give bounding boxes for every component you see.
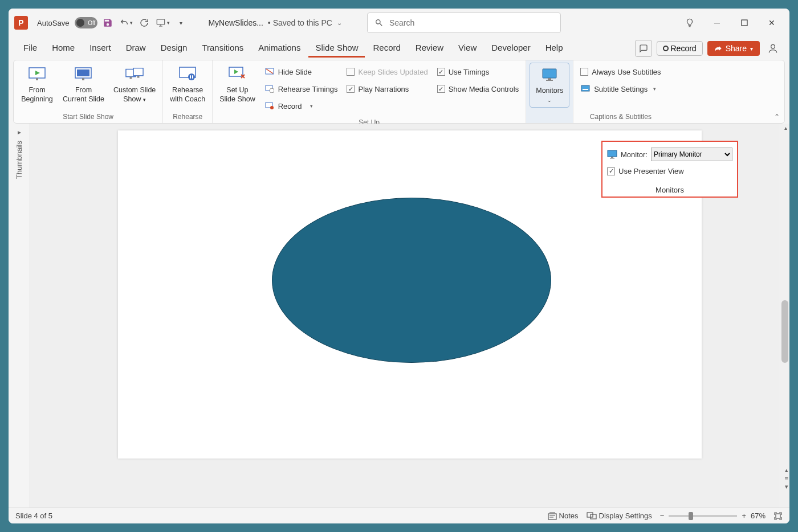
tab-view[interactable]: View (451, 39, 483, 58)
comments-button[interactable] (635, 40, 652, 57)
slide-counter[interactable]: Slide 4 of 5 (15, 511, 52, 520)
title-bar: P AutoSave Off ▾ ▾ ▾ MyNewSlides... • Sa… (9, 9, 789, 37)
svg-point-19 (270, 88, 274, 93)
vertical-scrollbar[interactable]: ▴ ▴ ≡ ▾ (779, 124, 789, 508)
scrollbar-thumb[interactable] (781, 300, 788, 363)
svg-rect-9 (133, 68, 143, 76)
tab-transitions[interactable]: Transitions (195, 39, 250, 58)
monitor-icon (607, 150, 617, 159)
hide-slide-button[interactable]: Hide Slide (262, 64, 340, 80)
svg-rect-0 (157, 19, 165, 24)
svg-rect-33 (776, 514, 780, 518)
monitors-group-label: Monitors (607, 186, 732, 194)
redo-button[interactable] (136, 15, 152, 31)
monitors-button[interactable]: Monitors⌄ (530, 63, 569, 108)
minimize-button[interactable]: ─ (705, 13, 729, 33)
monitor-select[interactable]: Primary Monitor (651, 148, 732, 161)
user-account-button[interactable] (764, 40, 781, 57)
group-monitors: Monitors⌄ . (526, 60, 573, 123)
zoom-slider[interactable] (669, 515, 737, 517)
monitor-selector-row: Monitor: Primary Monitor (607, 148, 732, 161)
powerpoint-icon: P (14, 16, 28, 30)
monitor-label: Monitor: (621, 150, 648, 159)
undo-button[interactable]: ▾ (118, 15, 134, 31)
from-current-slide-button[interactable]: From Current Slide (59, 63, 108, 107)
tab-developer[interactable]: Developer (484, 39, 537, 58)
autosave-label: AutoSave (37, 19, 69, 27)
tab-slide-show[interactable]: Slide Show (308, 39, 365, 58)
ribbon-tabs: File Home Insert Draw Design Transitions… (9, 37, 789, 60)
tab-record[interactable]: Record (366, 39, 407, 58)
autosave-toggle[interactable]: Off (75, 17, 97, 28)
qat-customize[interactable]: ▾ (173, 15, 189, 31)
use-presenter-view-checkbox[interactable]: Use Presenter View (607, 167, 732, 175)
thumbnails-panel-collapsed[interactable]: ▸ Thumbnails (9, 124, 30, 508)
subtitle-settings-button[interactable]: Subtitle Settings▾ (578, 81, 663, 97)
notes-button[interactable]: Notes (548, 511, 579, 520)
save-status-chevron[interactable]: ⌄ (337, 19, 342, 27)
zoom-out-button[interactable]: − (660, 511, 665, 520)
next-slide-icon[interactable]: ▾ (785, 483, 788, 490)
monitors-popup: Monitor: Primary Monitor Use Presenter V… (601, 141, 738, 198)
svg-rect-30 (548, 514, 556, 519)
svg-rect-10 (130, 77, 132, 79)
thumbnails-label: Thumbnails (15, 141, 23, 179)
rehearse-timings-button[interactable]: Rehearse Timings (262, 81, 340, 97)
svg-rect-25 (581, 85, 589, 91)
search-input[interactable] (389, 18, 553, 27)
svg-rect-1 (742, 20, 747, 26)
lightbulb-button[interactable] (678, 13, 702, 33)
app-window: P AutoSave Off ▾ ▾ ▾ MyNewSlides... • Sa… (9, 9, 789, 523)
use-timings-checkbox[interactable]: Use Timings (435, 64, 522, 80)
document-name[interactable]: MyNewSlides... (208, 18, 263, 27)
slide-nav-arrows: ▴ ≡ ▾ (785, 466, 788, 490)
search-box[interactable] (367, 13, 561, 33)
save-status[interactable]: • Saved to this PC (268, 18, 332, 27)
group-rehearse: Rehearse with Coach Rehearse (163, 60, 213, 123)
zoom-in-button[interactable]: + (742, 511, 746, 520)
svg-rect-14 (190, 75, 191, 79)
prev-slide-icon[interactable]: ▴ (785, 466, 788, 474)
tab-animations[interactable]: Animations (251, 39, 307, 58)
save-button[interactable] (100, 15, 116, 31)
tab-home[interactable]: Home (45, 39, 82, 58)
svg-rect-28 (611, 157, 613, 158)
search-icon (374, 18, 384, 27)
share-button[interactable]: Share ▾ (707, 41, 760, 56)
nav-divider-icon[interactable]: ≡ (785, 475, 788, 482)
tab-insert[interactable]: Insert (83, 39, 118, 58)
tab-review[interactable]: Review (409, 39, 450, 58)
show-media-controls-checkbox[interactable]: Show Media Controls (435, 81, 522, 97)
display-settings-button[interactable]: Display Settings (587, 511, 652, 520)
tab-help[interactable]: Help (539, 39, 570, 58)
svg-rect-15 (192, 75, 193, 79)
svg-rect-6 (77, 69, 89, 76)
tab-design[interactable]: Design (154, 39, 194, 58)
record-dot-icon (663, 46, 669, 51)
zoom-level[interactable]: 67% (751, 511, 766, 520)
custom-slide-show-button[interactable]: Custom Slide Show ▾ (110, 63, 159, 107)
present-from-beginning-qat[interactable]: ▾ (154, 15, 170, 31)
svg-rect-26 (583, 89, 588, 90)
always-use-subtitles-checkbox[interactable]: Always Use Subtitles (578, 64, 663, 80)
fit-to-window-button[interactable] (773, 511, 783, 521)
svg-rect-31 (587, 513, 593, 517)
record-dropdown-button[interactable]: Record▾ (262, 98, 340, 114)
record-button[interactable]: Record (657, 41, 703, 56)
ribbon-collapse-button[interactable]: ⌃ (774, 113, 780, 121)
svg-rect-27 (608, 150, 617, 157)
play-narrations-checkbox[interactable]: Play Narrations (344, 81, 430, 97)
status-bar: Slide 4 of 5 Notes Display Settings − + … (9, 508, 789, 523)
expand-thumbnails-icon[interactable]: ▸ (18, 128, 21, 136)
from-beginning-button[interactable]: From Beginning (17, 63, 57, 107)
set-up-slide-show-button[interactable]: Set Up Slide Show (216, 63, 259, 107)
tab-draw[interactable]: Draw (119, 39, 153, 58)
svg-rect-11 (137, 76, 140, 78)
svg-point-13 (188, 73, 195, 80)
tab-file[interactable]: File (17, 39, 44, 58)
rehearse-with-coach-button[interactable]: Rehearse with Coach (166, 63, 209, 107)
maximize-button[interactable] (732, 13, 756, 33)
svg-rect-29 (610, 158, 614, 159)
ellipse-shape[interactable] (272, 198, 551, 363)
close-button[interactable]: ✕ (760, 13, 784, 33)
